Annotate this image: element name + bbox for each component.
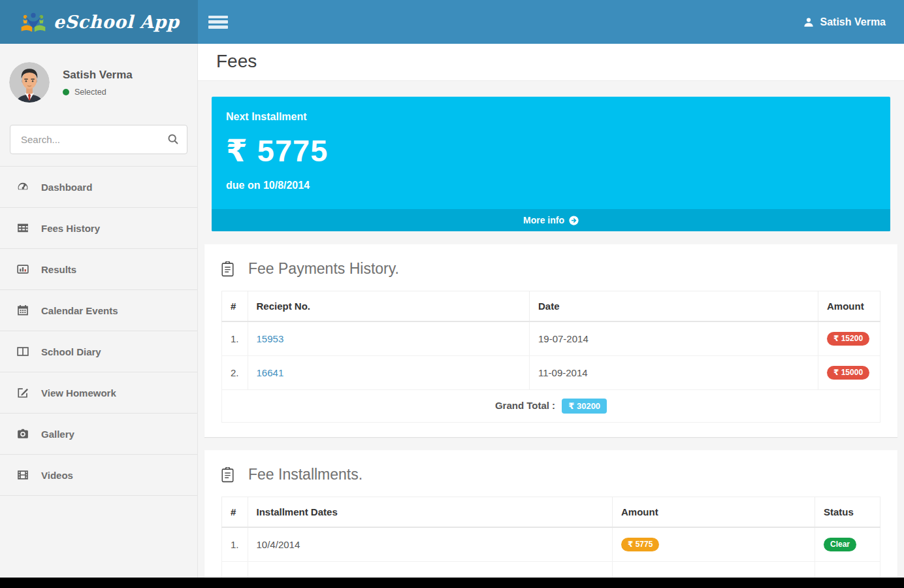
sidebar-item-calendar-events[interactable]: Calendar Events [0, 290, 197, 331]
columns-icon [17, 346, 29, 357]
sidebar-item-label: Fees History [41, 223, 100, 234]
status-label: Selected [74, 88, 106, 97]
fee-installments-table: # Installment Dates Amount Status 1. 10/… [221, 497, 880, 588]
calendar-icon [17, 304, 29, 316]
page-header: Fees [198, 44, 904, 81]
sidebar-item-videos[interactable]: Videos [0, 455, 197, 496]
profile-panel: Satish Verma Selected [0, 44, 197, 118]
pencil-square-icon [17, 387, 29, 399]
sidebar-item-results[interactable]: Results [0, 249, 197, 290]
payment-date: 19-07-2014 [530, 321, 818, 356]
sidebar-item-label: Results [41, 264, 76, 275]
sidebar-item-label: View Homework [41, 387, 116, 399]
table-row: 1. 10/4/2014 ₹ 5775 Clear [222, 527, 880, 562]
fee-installments-title-row: Fee Installments. [221, 466, 880, 483]
clipboard-icon [221, 261, 234, 277]
col-header-amount: Amount [613, 497, 815, 528]
sidebar-item-label: Calendar Events [41, 305, 118, 316]
row-index: 2. [222, 356, 248, 390]
col-header-amount: Amount [818, 291, 880, 322]
grand-total-label: Grand Total : [495, 400, 555, 411]
dashboard-icon [17, 181, 29, 193]
sidebar-item-view-homework[interactable]: View Homework [0, 372, 197, 414]
row-index: 1. [222, 527, 248, 562]
section-title: Fee Payments History. [248, 260, 399, 278]
payment-date: 11-09-2014 [530, 356, 818, 390]
grand-total-badge: ₹ 30200 [562, 399, 607, 414]
bottom-black-bar [0, 578, 904, 588]
next-installment-amount: ₹ 5775 [226, 133, 876, 169]
sidebar-item-fees-history[interactable]: Fees History [0, 208, 197, 249]
search-icon[interactable] [167, 133, 179, 148]
content-area: Next Installment ₹ 5775 due on 10/8/2014… [198, 81, 904, 588]
main-content: Fees Next Installment ₹ 5775 due on 10/8… [198, 44, 904, 588]
app-logo[interactable]: eSchool App [0, 0, 198, 44]
app-window: eSchool App Satish Verma [0, 0, 904, 588]
sidebar-item-label: Videos [41, 470, 73, 481]
film-icon [17, 469, 29, 481]
receipt-link[interactable]: 16641 [257, 367, 284, 378]
top-navbar: eSchool App Satish Verma [0, 0, 904, 44]
navbar: Satish Verma [198, 0, 904, 44]
sidebar-item-label: Gallery [41, 429, 74, 440]
grand-total-row: Grand Total : ₹ 30200 [222, 390, 880, 423]
sidebar: Satish Verma Selected [0, 44, 198, 588]
fee-payments-history-title-row: Fee Payments History. [221, 260, 880, 278]
receipt-link[interactable]: 15953 [257, 333, 284, 344]
avatar [9, 62, 50, 103]
app-name: eSchool App [54, 12, 180, 32]
more-info-link[interactable]: More info [212, 209, 890, 231]
navbar-username: Satish Verma [820, 16, 886, 28]
user-icon [803, 17, 814, 27]
fee-installments-panel: Fee Installments. # Installment Dates Am… [204, 450, 897, 588]
sidebar-menu: Dashboard Fees History [0, 166, 197, 496]
row-index: 1. [222, 321, 248, 356]
profile-status: Selected [63, 88, 133, 97]
table-icon [17, 222, 29, 234]
table-row: 1. 15953 19-07-2014 ₹ 15200 [222, 321, 880, 356]
results-chart-icon [17, 263, 29, 275]
sidebar-item-dashboard[interactable]: Dashboard [0, 167, 197, 208]
col-header-index: # [222, 291, 248, 322]
col-header-status: Status [815, 497, 880, 528]
next-installment-due: due on 10/8/2014 [226, 180, 876, 191]
clipboard-icon [221, 467, 234, 483]
sidebar-item-gallery[interactable]: Gallery [0, 414, 197, 455]
col-header-installment-dates: Installment Dates [248, 497, 612, 528]
sidebar-toggle-hamburger-icon[interactable] [207, 14, 229, 31]
sidebar-item-school-diary[interactable]: School Diary [0, 331, 197, 372]
installment-date: 10/4/2014 [248, 527, 612, 562]
section-title: Fee Installments. [248, 466, 363, 483]
amount-badge: ₹ 5775 [621, 538, 659, 551]
next-installment-label: Next Installment [226, 111, 876, 123]
fee-payments-history-panel: Fee Payments History. # Reciept No. Date… [204, 244, 897, 437]
page-title: Fees [216, 51, 886, 72]
table-row: 2. 16641 11-09-2014 ₹ 15000 [222, 356, 880, 390]
sidebar-search [10, 125, 187, 154]
search-input[interactable] [10, 125, 187, 154]
sidebar-item-label: School Diary [41, 346, 101, 357]
eschool-logo-icon [19, 10, 48, 35]
next-installment-box: Next Installment ₹ 5775 due on 10/8/2014… [212, 97, 890, 231]
fee-payments-table: # Reciept No. Date Amount 1. 15953 19-07… [221, 291, 880, 423]
col-header-receipt: Reciept No. [248, 291, 529, 322]
status-dot-icon [63, 89, 69, 95]
camera-icon [17, 428, 29, 440]
amount-badge: ₹ 15000 [827, 366, 869, 380]
col-header-date: Date [530, 291, 818, 322]
more-info-label: More info [523, 215, 564, 225]
profile-name: Satish Verma [63, 69, 133, 82]
user-menu[interactable]: Satish Verma [803, 16, 886, 28]
status-badge: Clear [824, 538, 856, 551]
amount-badge: ₹ 15200 [827, 332, 869, 346]
col-header-index: # [222, 497, 248, 528]
arrow-circle-right-icon [569, 216, 579, 225]
sidebar-item-label: Dashboard [41, 182, 92, 193]
